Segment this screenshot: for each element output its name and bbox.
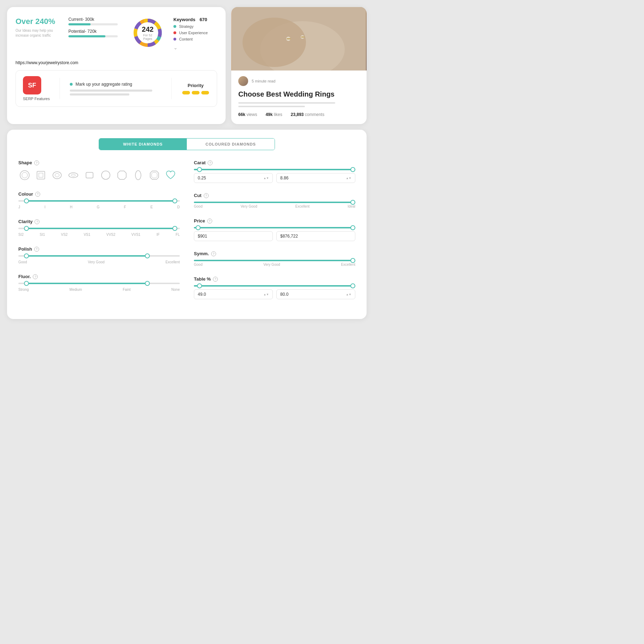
carat-slider[interactable] <box>194 169 355 170</box>
polish-label: Polish <box>18 246 32 252</box>
table-max-input[interactable]: ▲▼ <box>276 289 355 299</box>
table-thumb-right[interactable] <box>350 283 355 288</box>
shape-marquise[interactable] <box>67 169 80 182</box>
table-thumb-left[interactable] <box>197 283 202 288</box>
carat-min-arrows[interactable]: ▲▼ <box>263 177 269 180</box>
carat-thumb-right[interactable] <box>350 167 355 172</box>
shape-emerald[interactable] <box>116 169 128 182</box>
potential-progress-bar <box>68 35 118 37</box>
shape-pear[interactable] <box>99 169 112 182</box>
url-text[interactable]: https://www.yourjewelrystore.com <box>16 60 217 65</box>
svg-rect-14 <box>37 171 45 179</box>
table-slider[interactable] <box>194 285 355 287</box>
current-progress-fill <box>68 23 91 25</box>
carat-min-field[interactable] <box>198 176 219 180</box>
svg-point-12 <box>20 171 29 180</box>
cut-slider[interactable] <box>194 202 355 203</box>
current-label: Current- 300k <box>68 17 125 22</box>
carat-max-field[interactable] <box>280 176 301 180</box>
carat-min-input[interactable]: ▲▼ <box>194 173 273 183</box>
current-progress-bar <box>68 23 118 25</box>
polish-range[interactable]: Good Very Good Excellent <box>18 255 180 264</box>
shape-cushion[interactable] <box>51 169 63 182</box>
fluor-thumb-right[interactable] <box>145 281 150 286</box>
clarity-labels: SI2 SI1 VS2 VS1 VVS2 VVS1 IF FL <box>18 233 180 237</box>
colour-thumb-left[interactable] <box>24 198 29 203</box>
blog-image <box>231 7 367 70</box>
polish-track <box>18 255 180 257</box>
price-min-input[interactable] <box>194 231 273 241</box>
price-min-field[interactable] <box>198 234 269 239</box>
svg-rect-15 <box>39 173 43 177</box>
serp-label: SERP Features <box>23 97 50 101</box>
fluor-range[interactable]: Strong Medium Faint None <box>18 283 180 292</box>
price-thumb-left[interactable] <box>196 225 201 230</box>
cut-help-icon[interactable]: ? <box>204 193 209 198</box>
content-dot <box>173 38 176 41</box>
carat-thumb-left[interactable] <box>197 167 202 172</box>
price-label: Price <box>194 218 205 223</box>
shape-label-row: Shape ? <box>18 160 180 165</box>
clarity-help-icon[interactable]: ? <box>35 219 39 224</box>
blog-divider-1 <box>238 102 335 104</box>
cut-thumb-right[interactable] <box>350 200 355 205</box>
price-max-field[interactable] <box>280 234 351 239</box>
comments-count: 23,893 <box>291 112 304 117</box>
carat-max-input[interactable]: ▲▼ <box>276 173 355 183</box>
colour-help-icon[interactable]: ? <box>35 192 40 197</box>
serp-dot <box>70 83 73 86</box>
colour-label: Colour <box>18 191 33 197</box>
tab-white-diamonds[interactable]: WHITE DIAMONDS <box>99 139 187 150</box>
cut-label: Cut <box>194 193 202 198</box>
right-filters: Carat ? ▲▼ ▲▼ <box>194 160 355 309</box>
shape-heart[interactable] <box>164 169 177 182</box>
symm-help-icon[interactable]: ? <box>211 251 216 256</box>
clarity-thumb-left[interactable] <box>24 226 29 231</box>
polish-thumb-left[interactable] <box>24 253 29 258</box>
tab-coloured-diamonds[interactable]: COLOURED DIAMONDS <box>187 139 275 150</box>
polish-thumb-right[interactable] <box>145 253 150 258</box>
table-max-field[interactable] <box>280 292 301 297</box>
price-max-input[interactable] <box>276 231 355 241</box>
table-min-arrows[interactable]: ▲▼ <box>263 293 269 296</box>
table-max-arrows[interactable]: ▲▼ <box>346 293 351 296</box>
shape-oval[interactable] <box>132 169 145 182</box>
shape-help-icon[interactable]: ? <box>34 160 39 165</box>
symm-thumb-right[interactable] <box>350 258 355 263</box>
read-time: 5 minute read <box>252 79 275 83</box>
price-thumb-right[interactable] <box>350 225 355 230</box>
carat-inputs: ▲▼ ▲▼ <box>194 173 355 183</box>
priority-label: Priority <box>182 83 210 88</box>
shape-radiant[interactable] <box>83 169 96 182</box>
svg-marker-24 <box>152 172 157 178</box>
carat-filter: Carat ? ▲▼ ▲▼ <box>194 160 355 183</box>
svg-point-13 <box>22 172 27 178</box>
shape-princess[interactable] <box>35 169 47 182</box>
symm-slider[interactable] <box>194 260 355 261</box>
chevron-down-icon[interactable]: ⌄ <box>173 45 208 50</box>
colour-thumb-right[interactable] <box>172 198 177 203</box>
carat-help-icon[interactable]: ? <box>208 160 213 165</box>
shape-asscher[interactable] <box>148 169 161 182</box>
fluor-thumb-left[interactable] <box>24 281 29 286</box>
shape-round[interactable] <box>18 169 31 182</box>
price-help-icon[interactable]: ? <box>207 219 212 223</box>
fluor-help-icon[interactable]: ? <box>33 274 38 279</box>
price-slider[interactable] <box>194 227 355 228</box>
strategy-label: Strategy <box>179 24 194 29</box>
table-min-field[interactable] <box>198 292 219 297</box>
ux-dot <box>173 31 176 34</box>
keyword-strategy: Strategy <box>173 24 208 29</box>
clarity-filter: Clarity ? SI2 SI1 VS2 VS1 VVS2 <box>18 219 180 237</box>
polish-help-icon[interactable]: ? <box>34 247 39 252</box>
table-min-input[interactable]: ▲▼ <box>194 289 273 299</box>
colour-range[interactable]: J I H G F E D <box>18 200 180 209</box>
clarity-thumb-right[interactable] <box>172 226 177 231</box>
carat-max-arrows[interactable]: ▲▼ <box>346 177 351 180</box>
symm-fill <box>194 260 355 261</box>
svg-point-16 <box>53 172 61 179</box>
clarity-range[interactable]: SI2 SI1 VS2 VS1 VVS2 VVS1 IF FL <box>18 228 180 237</box>
seo-card: Over 240% Our Ideas may help you increas… <box>7 7 226 124</box>
donut-center: 242 For 52 Pages <box>140 25 156 41</box>
table-help-icon[interactable]: ? <box>213 277 218 282</box>
